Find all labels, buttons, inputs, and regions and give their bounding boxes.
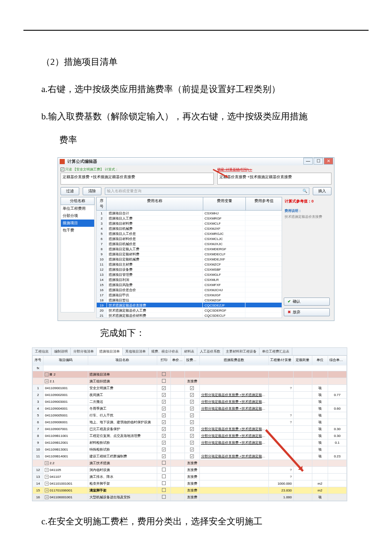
table-row[interactable]: 14+041101001001检查井脚手架直接费1000.000m2 bbox=[33, 480, 347, 487]
cell-base[interactable] bbox=[199, 487, 268, 494]
sheet-tab[interactable]: 人工基价系数 bbox=[197, 348, 223, 355]
sheet-tabs[interactable]: 工程信息编制说明分部分项清单措施项目清单其他项目清单规费、税金计价表材料表人工基… bbox=[32, 348, 347, 356]
cell-code[interactable]: 041109004001 bbox=[43, 405, 88, 412]
cell-qty[interactable]: 1.000 bbox=[268, 494, 293, 500]
cell-coef[interactable]: 直接费 bbox=[184, 487, 199, 494]
grid-row[interactable]: 8措施项目定额人工费CSXMDERGF bbox=[97, 246, 282, 251]
cell-de[interactable] bbox=[293, 473, 312, 480]
cell-name[interactable]: 地上、地下设施、建筑物的临时保护设施 bbox=[88, 419, 157, 425]
cell-calc[interactable] bbox=[171, 398, 184, 405]
cell-calc[interactable] bbox=[171, 384, 184, 391]
cell-qty[interactable] bbox=[268, 446, 293, 453]
checkbox-icon[interactable]: ✓ bbox=[190, 413, 194, 417]
cell-name[interactable]: 洞内临时设施 bbox=[88, 466, 157, 473]
cell-qty[interactable]: 1000.000 bbox=[268, 480, 293, 487]
cell-coef[interactable] bbox=[184, 371, 199, 378]
checkbox-icon[interactable]: ✓ bbox=[190, 434, 194, 438]
tree-item[interactable]: 单位工程费用 bbox=[61, 205, 94, 212]
cell-qty[interactable]: ? bbox=[268, 466, 293, 473]
col-seq[interactable]: 序号 bbox=[33, 356, 43, 365]
cell-print[interactable]: ✓ bbox=[157, 391, 170, 398]
checkbox-icon[interactable]: ✓ bbox=[190, 454, 194, 458]
table-row[interactable]: 12+041105洞内临时设施直接费? bbox=[33, 466, 347, 473]
sheet-tab[interactable]: 分部分项清单 bbox=[71, 348, 97, 355]
cell-name[interactable]: 冬雨季施工 bbox=[88, 405, 157, 412]
grid-row[interactable]: 11措施项目主材费CSXMZCF bbox=[97, 262, 282, 267]
table-row[interactable]: 9041109B12001材料检验试验✓✓分部分项定额基价直接费 +技术措施定额… bbox=[33, 439, 347, 446]
cell-calc[interactable] bbox=[171, 460, 184, 466]
cell-base[interactable] bbox=[199, 419, 268, 425]
cell-qty[interactable] bbox=[268, 425, 293, 432]
cell-base[interactable] bbox=[199, 480, 268, 487]
cell-base[interactable]: 分部分项定额基价直接费 +技术措施定额基价直接费 bbox=[199, 391, 268, 398]
cell-rate[interactable]: 0.77 bbox=[328, 391, 346, 398]
cell-name[interactable]: 施工组织措施 bbox=[88, 378, 157, 384]
cell-code[interactable]: 041109001001 bbox=[43, 384, 88, 391]
cell-de[interactable] bbox=[293, 384, 312, 391]
checkbox-icon[interactable]: ✓ bbox=[162, 448, 166, 451]
grid-row[interactable]: 3措施项目材料费CSXMCLF bbox=[97, 221, 282, 226]
lock-formula-field[interactable]: 定额基价直接费 +技术措施定额基价直接费 bbox=[217, 173, 331, 185]
cell-code[interactable]: 041109B14001 bbox=[43, 453, 88, 460]
cell-code[interactable]: 041109B12001 bbox=[43, 439, 88, 446]
cell-qty[interactable] bbox=[268, 453, 293, 460]
window-minimize-icon[interactable]: — bbox=[303, 158, 313, 165]
grid-row[interactable]: 17措施项目甲供CSXMJGF bbox=[97, 292, 282, 298]
cell-code[interactable]: +041106001001 bbox=[43, 494, 88, 500]
tree-toggle-icon[interactable]: - bbox=[45, 373, 49, 376]
cell-base[interactable] bbox=[199, 466, 268, 473]
cell-name[interactable]: 检查井脚手架 bbox=[88, 480, 157, 487]
table-row[interactable]: 1041109001001安全文明施工费✓✓?项 bbox=[33, 384, 347, 391]
cell-name[interactable]: 行车、行人干扰 bbox=[88, 412, 157, 419]
cell-coef[interactable]: ✓ bbox=[184, 446, 199, 453]
cell-unit[interactable]: 项 bbox=[312, 398, 328, 405]
cell-rate[interactable] bbox=[328, 419, 346, 425]
cell-unit[interactable] bbox=[312, 460, 328, 466]
cell-qty[interactable] bbox=[268, 371, 293, 378]
cell-name[interactable]: 建设工程竣工档案编制费 bbox=[88, 453, 157, 460]
cell-rate[interactable]: 0.30 bbox=[328, 425, 346, 432]
cell-qty[interactable] bbox=[268, 432, 293, 439]
col-code[interactable]: 项目编码 bbox=[43, 356, 88, 365]
cell-base[interactable] bbox=[199, 412, 268, 419]
cell-unit[interactable]: 项 bbox=[312, 384, 328, 391]
grid-header-seq[interactable]: 序号 bbox=[96, 197, 107, 211]
grid-row[interactable]: 9措施项目定额材料费CSXMDECLF bbox=[97, 251, 282, 257]
cell-de[interactable] bbox=[293, 460, 312, 466]
checkbox-icon[interactable]: ✓ bbox=[190, 400, 194, 404]
readonly-checkbox[interactable]: ✓ bbox=[61, 168, 64, 171]
sheet-tab[interactable]: 规费、税金计价表 bbox=[149, 348, 182, 355]
cell-rate[interactable] bbox=[328, 460, 346, 466]
cell-code[interactable]: 041109002001 bbox=[43, 391, 88, 398]
grid-row[interactable]: 16措施项目价差合价CSXMJCHJ bbox=[97, 287, 282, 292]
cell-rate[interactable]: 0.1 bbox=[328, 439, 346, 446]
cell-print[interactable]: ✓ bbox=[157, 412, 170, 419]
grid-row[interactable]: 2措施项目人工费CSXMRGF bbox=[97, 216, 282, 221]
cell-calc[interactable] bbox=[171, 446, 184, 453]
checkbox-icon[interactable]: ✓ bbox=[162, 400, 166, 404]
cell-calc[interactable] bbox=[171, 439, 184, 446]
grid-row[interactable]: 5措施项目人工价差CSXMRGJC bbox=[97, 231, 282, 236]
cell-calc[interactable] bbox=[171, 453, 184, 460]
cell-print[interactable] bbox=[157, 371, 170, 378]
cell-qty[interactable]: ? bbox=[268, 473, 293, 480]
table-row[interactable]: 13+041107施工排水、降水直接费? bbox=[33, 473, 347, 480]
table-row[interactable]: 7041109007001已完工程及设备保护✓✓分部分项定额基价直接费 +技术措… bbox=[33, 425, 347, 432]
cell-coef[interactable]: 直接费 bbox=[184, 473, 199, 480]
sheet-tab[interactable]: 措施项目清单 bbox=[97, 348, 123, 356]
cell-de[interactable] bbox=[293, 439, 312, 446]
cell-code[interactable]: +2.2 bbox=[43, 460, 88, 466]
cell-base[interactable]: 分部分项定额基价直接费 +技术措施定额基价直接费 bbox=[199, 398, 268, 405]
cell-code[interactable]: +011701006001 bbox=[43, 487, 88, 494]
cell-print[interactable] bbox=[157, 460, 170, 466]
cell-base[interactable] bbox=[199, 371, 268, 378]
cell-unit[interactable]: 项 bbox=[312, 446, 328, 453]
cell-coef[interactable]: 直接费 bbox=[184, 466, 199, 473]
cell-calc[interactable] bbox=[171, 371, 184, 378]
filter-button[interactable]: 过滤 bbox=[61, 187, 79, 195]
grid-header-var[interactable]: 费用变量 bbox=[203, 197, 246, 211]
col-calc[interactable]: 单价计算表 bbox=[171, 356, 184, 365]
cell-qty[interactable]: ? bbox=[268, 419, 293, 425]
grid-row[interactable]: 15措施项目风险费CSXMFXF bbox=[97, 282, 282, 287]
checkbox-icon[interactable]: ✓ bbox=[162, 427, 166, 431]
